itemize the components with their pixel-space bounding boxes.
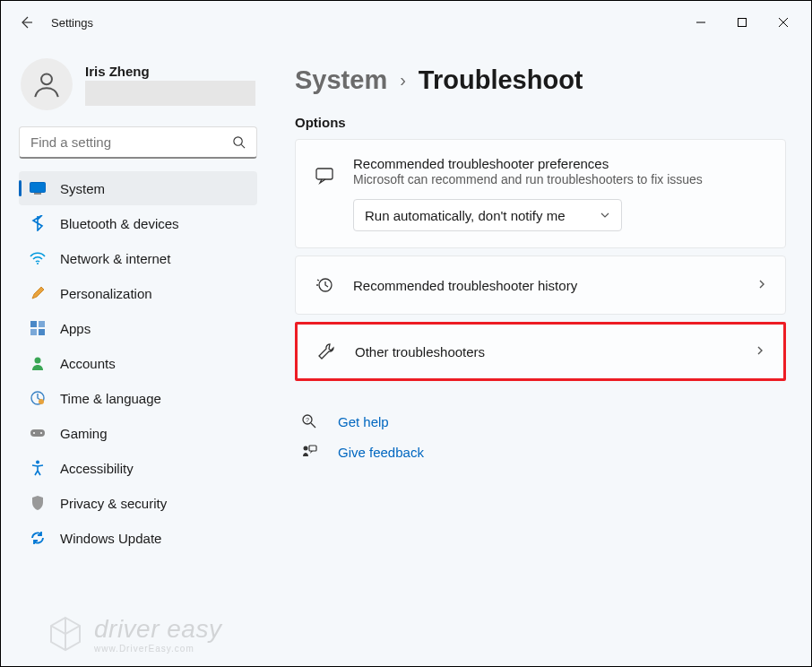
watermark-url: www.DriverEasy.com — [94, 644, 221, 654]
main-content: System › Troubleshoot Options Recommende… — [270, 44, 811, 666]
nav-label: Time & language — [60, 391, 161, 406]
nav-label: Gaming — [60, 426, 108, 441]
svg-rect-7 — [39, 321, 45, 327]
user-email-redacted — [85, 81, 255, 106]
accessibility-icon — [30, 460, 46, 476]
svg-point-2 — [234, 137, 242, 145]
svg-point-1 — [41, 74, 52, 84]
bluetooth-icon — [30, 215, 46, 231]
nav-label: Privacy & security — [60, 496, 167, 511]
shield-icon — [30, 495, 46, 511]
dropdown-value: Run automatically, don't notify me — [365, 208, 566, 223]
window-controls — [680, 8, 804, 37]
search-input[interactable] — [30, 134, 232, 150]
svg-rect-8 — [30, 329, 37, 335]
get-help-label: Get help — [338, 414, 389, 429]
history-row[interactable]: Recommended troubleshooter history — [295, 256, 786, 315]
other-label: Other troubleshooters — [355, 344, 737, 359]
nav-list: System Bluetooth & devices Network & int… — [15, 171, 261, 555]
prefs-dropdown[interactable]: Run automatically, don't notify me — [353, 199, 622, 231]
close-button[interactable] — [763, 8, 804, 37]
svg-rect-3 — [30, 183, 46, 193]
prefs-subtitle: Microsoft can recommend and run troubles… — [353, 172, 767, 186]
svg-rect-13 — [30, 429, 45, 437]
nav-item-personalization[interactable]: Personalization — [19, 276, 257, 310]
sync-icon — [30, 530, 46, 546]
get-help-link[interactable]: ? Get help — [295, 406, 786, 437]
chevron-right-icon — [756, 277, 767, 293]
nav-item-accessibility[interactable]: Accessibility — [19, 451, 257, 485]
svg-rect-4 — [34, 193, 41, 195]
minimize-button[interactable] — [680, 8, 721, 37]
person-small-icon — [30, 355, 46, 371]
other-troubleshooters-row[interactable]: Other troubleshooters — [295, 322, 786, 381]
clock-globe-icon — [30, 390, 46, 406]
wrench-icon — [315, 342, 337, 360]
options-heading: Options — [295, 115, 786, 130]
nav-item-accounts[interactable]: Accounts — [19, 346, 257, 380]
nav-label: Network & internet — [60, 251, 170, 266]
history-label: Recommended troubleshooter history — [353, 278, 739, 293]
sidebar: Iris Zheng System Bluetooth & devices Ne… — [1, 44, 270, 666]
avatar — [21, 58, 73, 110]
feedback-label: Give feedback — [338, 445, 424, 460]
feedback-icon — [298, 444, 320, 460]
svg-point-15 — [40, 432, 42, 434]
chat-icon — [314, 156, 335, 231]
nav-item-network[interactable]: Network & internet — [19, 241, 257, 275]
breadcrumb: System › Troubleshoot — [295, 65, 786, 95]
arrow-left-icon — [19, 15, 33, 30]
nav-item-bluetooth[interactable]: Bluetooth & devices — [19, 206, 257, 240]
gamepad-icon — [30, 425, 46, 441]
window-title: Settings — [51, 16, 93, 30]
help-icon: ? — [298, 413, 320, 429]
search-icon — [232, 135, 246, 149]
history-icon — [314, 276, 335, 294]
nav-item-gaming[interactable]: Gaming — [19, 416, 257, 450]
paintbrush-icon — [30, 285, 46, 301]
svg-rect-6 — [30, 321, 37, 327]
chevron-down-icon — [600, 210, 610, 221]
recommended-preferences-card: Recommended troubleshooter preferences M… — [295, 139, 786, 248]
give-feedback-link[interactable]: Give feedback — [295, 437, 786, 467]
svg-rect-0 — [739, 19, 747, 27]
maximize-icon — [738, 18, 747, 27]
breadcrumb-parent[interactable]: System — [295, 65, 387, 95]
person-icon — [31, 69, 62, 100]
svg-point-16 — [36, 461, 39, 464]
display-icon — [30, 180, 46, 196]
prefs-title: Recommended troubleshooter preferences — [353, 156, 767, 171]
wifi-icon — [30, 250, 46, 266]
breadcrumb-current: Troubleshoot — [419, 65, 583, 95]
watermark-brand: driver easy — [94, 615, 221, 643]
svg-point-14 — [33, 432, 35, 434]
watermark: driver easy www.DriverEasy.com — [46, 614, 221, 654]
chevron-right-icon — [755, 343, 765, 359]
user-account[interactable]: Iris Zheng — [15, 55, 261, 119]
svg-text:?: ? — [306, 417, 309, 423]
nav-label: Accessibility — [60, 461, 134, 476]
nav-item-update[interactable]: Windows Update — [19, 521, 257, 555]
nav-label: Personalization — [60, 286, 152, 301]
chevron-right-icon: › — [400, 70, 406, 91]
nav-item-time[interactable]: Time & language — [19, 381, 257, 415]
svg-rect-22 — [309, 446, 316, 451]
nav-label: Accounts — [60, 356, 116, 371]
nav-label: Apps — [60, 321, 91, 336]
nav-label: Bluetooth & devices — [60, 216, 179, 231]
svg-point-5 — [37, 263, 39, 264]
minimize-icon — [696, 18, 705, 27]
back-button[interactable] — [8, 4, 44, 40]
apps-icon — [30, 320, 46, 336]
nav-item-privacy[interactable]: Privacy & security — [19, 486, 257, 520]
svg-point-10 — [35, 358, 41, 364]
nav-item-apps[interactable]: Apps — [19, 311, 257, 345]
svg-point-21 — [304, 446, 308, 451]
nav-label: Windows Update — [60, 531, 161, 546]
maximize-button[interactable] — [721, 8, 763, 37]
user-name: Iris Zheng — [85, 64, 255, 79]
titlebar: Settings — [1, 1, 811, 44]
search-box[interactable] — [19, 126, 257, 159]
nav-item-system[interactable]: System — [19, 171, 257, 205]
nav-label: System — [60, 181, 105, 196]
